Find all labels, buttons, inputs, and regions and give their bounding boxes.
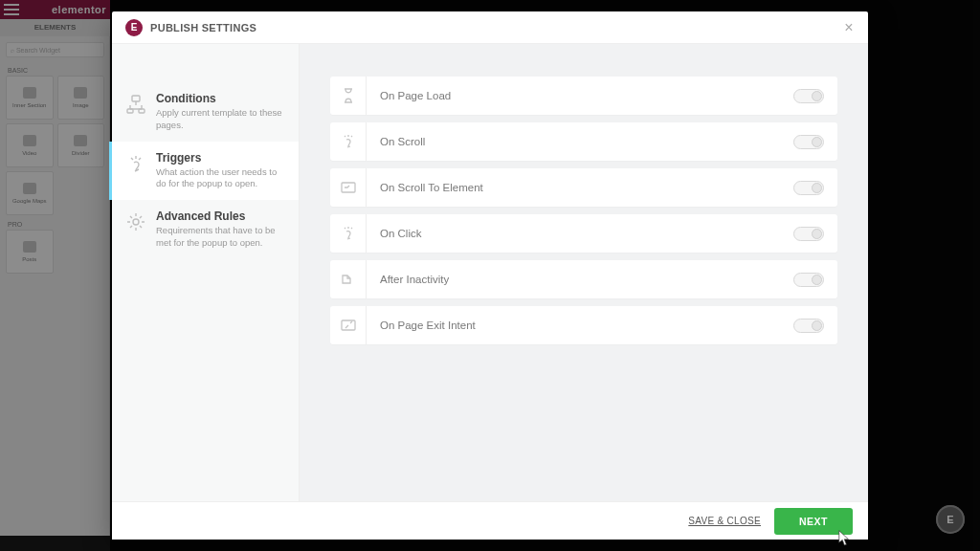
- trigger-icon: [330, 77, 367, 115]
- trigger-toggle[interactable]: [793, 227, 824, 241]
- trigger-row: On Scroll To Element: [330, 168, 837, 207]
- trigger-icon: [330, 306, 367, 344]
- sidebar-item-desc: Apply current template to these pages.: [156, 107, 285, 132]
- trigger-toggle[interactable]: [793, 319, 824, 333]
- trigger-row: After Inactivity: [330, 260, 837, 298]
- trigger-toggle[interactable]: [793, 89, 824, 103]
- trigger-row: On Page Exit Intent: [330, 306, 837, 344]
- conditions-icon: [123, 92, 148, 117]
- svg-rect-1: [127, 109, 133, 113]
- triggers-icon: [123, 151, 148, 176]
- svg-rect-4: [342, 183, 355, 192]
- trigger-label: On Scroll To Element: [367, 182, 793, 193]
- sidebar-item-conditions[interactable]: ConditionsApply current template to thes…: [112, 82, 299, 142]
- trigger-row: On Click: [330, 214, 837, 253]
- close-button[interactable]: ×: [839, 18, 858, 37]
- modal-header: E PUBLISH SETTINGS ×: [112, 11, 868, 44]
- svg-point-3: [133, 219, 139, 225]
- trigger-icon: [330, 214, 367, 253]
- sidebar-item-title: Conditions: [156, 92, 285, 105]
- sidebar-item-title: Advanced Rules: [156, 209, 285, 223]
- trigger-toggle[interactable]: [793, 273, 824, 287]
- publish-settings-modal: E PUBLISH SETTINGS × ConditionsApply cur…: [112, 11, 868, 540]
- trigger-toggle[interactable]: [793, 181, 824, 195]
- trigger-icon: [330, 122, 367, 161]
- trigger-label: On Scroll: [367, 136, 793, 147]
- trigger-label: On Page Exit Intent: [367, 320, 793, 331]
- sidebar-item-title: Triggers: [156, 151, 285, 165]
- advanced-rules-icon: [123, 209, 148, 234]
- trigger-label: On Page Load: [367, 90, 793, 101]
- trigger-row: On Page Load: [330, 77, 837, 115]
- trigger-icon: [330, 168, 367, 207]
- trigger-label: On Click: [367, 228, 793, 239]
- sidebar-item-triggers[interactable]: TriggersWhat action the user needs to do…: [109, 142, 299, 201]
- modal-sidebar: ConditionsApply current template to thes…: [112, 44, 300, 501]
- svg-rect-2: [139, 109, 145, 113]
- sidebar-item-advanced-rules[interactable]: Advanced RulesRequirements that have to …: [112, 200, 299, 259]
- modal-title: PUBLISH SETTINGS: [150, 22, 256, 33]
- trigger-row: On Scroll: [330, 122, 837, 161]
- svg-rect-0: [132, 96, 140, 101]
- elementor-fab[interactable]: E: [936, 505, 965, 534]
- modal-main: On Page LoadOn ScrollOn Scroll To Elemen…: [300, 44, 868, 501]
- modal-body: ConditionsApply current template to thes…: [112, 44, 868, 501]
- trigger-icon: [330, 260, 367, 298]
- sidebar-item-desc: What action the user needs to do for the…: [156, 166, 285, 191]
- next-button[interactable]: NEXT: [774, 508, 853, 535]
- save-and-close-button[interactable]: SAVE & CLOSE: [688, 516, 761, 526]
- trigger-label: After Inactivity: [367, 274, 793, 285]
- elementor-logo-icon: E: [125, 19, 143, 36]
- sidebar-item-desc: Requirements that have to be met for the…: [156, 225, 285, 250]
- modal-footer: SAVE & CLOSE NEXT: [112, 501, 868, 540]
- trigger-toggle[interactable]: [793, 135, 824, 149]
